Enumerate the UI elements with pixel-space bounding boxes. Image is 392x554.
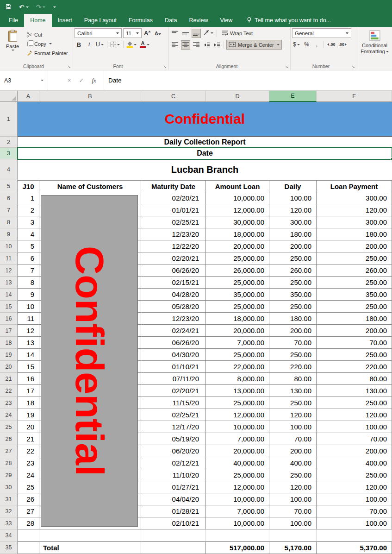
cell-amount-loan[interactable]: 25,000.00 [206, 277, 269, 289]
cell-customer-number[interactable]: 24 [18, 469, 39, 481]
cell-daily[interactable]: 220.00 [269, 361, 317, 373]
cell-amount-loan[interactable]: 20,000.00 [206, 240, 269, 252]
conditional-formatting-button[interactable]: Conditional Formatting [359, 28, 391, 54]
row-header[interactable]: 24 [0, 409, 18, 421]
cell-loan-payment[interactable]: 100.00 [317, 517, 392, 529]
cell[interactable] [206, 529, 269, 541]
cell-daily[interactable]: 100.00 [269, 192, 317, 204]
row-header[interactable]: 35 [0, 541, 18, 554]
cell-loan-payment[interactable]: 120.00 [317, 204, 392, 216]
cell-maturity-date[interactable]: 04/28/20 [141, 289, 206, 301]
cell-amount-loan[interactable]: 25,000.00 [206, 469, 269, 481]
cell-maturity-date[interactable]: 02/20/21 [141, 385, 206, 397]
cell-maturity-date[interactable]: 01/01/21 [141, 204, 206, 216]
row-header[interactable]: 10 [0, 240, 18, 252]
cell-daily[interactable]: 350.00 [269, 289, 317, 301]
cell-daily[interactable]: 250.00 [269, 397, 317, 409]
row-header[interactable]: 1 [0, 102, 18, 137]
cell-customer-number[interactable]: 19 [18, 409, 39, 421]
cell-loan-payment[interactable]: 250.00 [317, 252, 392, 264]
row-header[interactable]: 21 [0, 373, 18, 385]
row-header[interactable]: 17 [0, 325, 18, 337]
cell-maturity-date[interactable]: 02/25/21 [141, 409, 206, 421]
cell-maturity-date[interactable]: 02/15/21 [141, 277, 206, 289]
total-daily-cell[interactable]: 5,170.00 [269, 541, 317, 554]
save-button[interactable] [6, 4, 12, 11]
cell-loan-payment[interactable]: 300.00 [317, 192, 392, 204]
cell-amount-loan[interactable]: 25,000.00 [206, 301, 269, 313]
row-header[interactable]: 14 [0, 289, 18, 301]
merge-center-button[interactable]: Merge & Center [226, 40, 282, 50]
cell-loan-payment[interactable]: 200.00 [317, 445, 392, 457]
row-header[interactable]: 22 [0, 385, 18, 397]
cell-customer-number[interactable]: 10 [18, 301, 39, 313]
cell-amount-loan[interactable]: 20,000.00 [206, 325, 269, 337]
cell-maturity-date[interactable]: 06/26/20 [141, 264, 206, 277]
cell-daily[interactable]: 70.00 [269, 505, 317, 517]
row-header[interactable]: 7 [0, 204, 18, 216]
cell-daily[interactable]: 80.00 [269, 373, 317, 385]
cell-customer-number[interactable]: 28 [18, 517, 39, 529]
chevron-down-icon[interactable] [117, 44, 120, 45]
cell-customer-number[interactable]: 12 [18, 325, 39, 337]
row-header[interactable]: 9 [0, 228, 18, 240]
cell-daily[interactable]: 300.00 [269, 216, 317, 228]
cell-amount-loan[interactable]: 7,000.00 [206, 337, 269, 349]
cell-amount-loan[interactable]: 25,000.00 [206, 349, 269, 361]
row-header[interactable]: 2 [0, 137, 18, 148]
row-header[interactable]: 23 [0, 397, 18, 409]
row-header[interactable]: 33 [0, 517, 18, 529]
cell-customer-number[interactable]: 23 [18, 457, 39, 469]
align-bottom-button[interactable] [192, 29, 201, 38]
cell-amount-loan[interactable]: 10,000.00 [206, 192, 269, 204]
row-header[interactable]: 20 [0, 361, 18, 373]
cell-amount-loan[interactable]: 40,000.00 [206, 457, 269, 469]
row-header[interactable]: 34 [0, 529, 18, 541]
alignment-dialog-launcher[interactable]: ↘ [285, 64, 288, 69]
row-header[interactable]: 4 [0, 159, 18, 180]
clipboard-dialog-launcher[interactable]: ↘ [67, 64, 71, 69]
cell-loan-payment[interactable]: 250.00 [317, 397, 392, 409]
tab-view[interactable]: View [214, 14, 238, 27]
cell-customer-number[interactable]: 16 [18, 373, 39, 385]
cell-amount-loan[interactable]: 12,000.00 [206, 481, 269, 493]
row-header[interactable]: 16 [0, 313, 18, 325]
total-loan-payment-cell[interactable]: 5,370.00 [317, 541, 392, 554]
cell-loan-payment[interactable]: 120.00 [317, 481, 392, 493]
column-header-b[interactable]: B [39, 91, 141, 102]
align-middle-button[interactable] [181, 29, 190, 38]
tab-page-layout[interactable]: Page Layout [78, 14, 123, 27]
cell-customer-number[interactable]: 15 [18, 361, 39, 373]
formula-input[interactable]: Date [104, 70, 392, 90]
cell-maturity-date[interactable]: 02/20/21 [141, 252, 206, 264]
cell-daily[interactable]: 130.00 [269, 385, 317, 397]
cell-daily[interactable]: 250.00 [269, 469, 317, 481]
row-header[interactable]: 18 [0, 337, 18, 349]
cell[interactable] [317, 529, 392, 541]
cell-daily[interactable]: 180.00 [269, 228, 317, 240]
paste-button[interactable]: Paste [1, 28, 24, 57]
cell-loan-payment[interactable]: 100.00 [317, 493, 392, 505]
fill-color-button[interactable] [126, 40, 137, 49]
row-header[interactable]: 11 [0, 252, 18, 264]
chevron-down-icon[interactable] [134, 44, 137, 45]
cell-loan-payment[interactable]: 70.00 [317, 433, 392, 445]
cell-maturity-date[interactable]: 06/20/20 [141, 445, 206, 457]
header-cell-daily[interactable]: Daily [269, 180, 317, 192]
row-header[interactable]: 13 [0, 277, 18, 289]
cell-maturity-date[interactable]: 04/30/20 [141, 349, 206, 361]
cell-daily[interactable]: 250.00 [269, 301, 317, 313]
cell-loan-payment[interactable]: 100.00 [317, 421, 392, 433]
cell-customer-number[interactable]: 9 [18, 289, 39, 301]
increase-font-size-button[interactable]: A [143, 29, 152, 38]
cell-maturity-date[interactable]: 02/10/21 [141, 517, 206, 529]
cell-maturity-date[interactable]: 02/25/21 [141, 216, 206, 228]
align-left-button[interactable] [170, 40, 180, 50]
paste-dropdown-icon[interactable] [12, 50, 14, 51]
cell-customer-number[interactable]: 14 [18, 349, 39, 361]
cell-amount-loan[interactable]: 12,000.00 [206, 204, 269, 216]
increase-indent-button[interactable] [212, 40, 221, 50]
cell-maturity-date[interactable]: 02/12/21 [141, 457, 206, 469]
number-format-select[interactable]: General [292, 28, 351, 38]
cell[interactable] [39, 529, 141, 541]
